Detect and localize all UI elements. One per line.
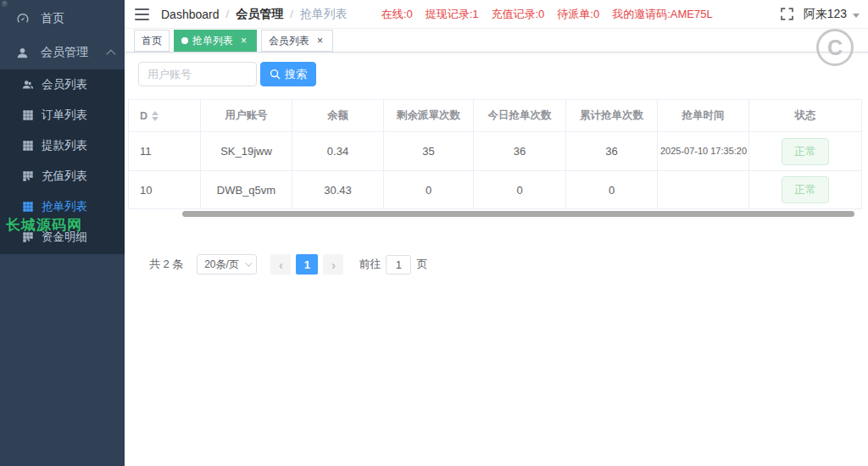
tab-member-list[interactable]: 会员列表 × [261,30,333,52]
column-header-balance: 余额 [292,100,384,132]
next-page-button[interactable]: › [323,254,343,275]
sidebar-item-label: 首页 [41,11,64,26]
status-badge[interactable]: 正常 [782,138,829,165]
top-navbar: Dashboard / 会员管理 / 抢单列表 在线:0 提现记录:1 充值记录… [125,0,868,29]
tab-label: 首页 [142,31,162,51]
column-header-total-grab: 累计抢单次数 [566,100,658,132]
cell-balance: 0.34 [292,132,384,171]
stat-recharge-records: 充值记录:0 [491,7,544,22]
cell-today-grab: 0 [474,171,566,209]
user-icon [16,46,30,59]
active-dot [181,37,188,44]
cell-total-grab: 36 [566,132,658,171]
sidebar-item-withdraw-list[interactable]: 提款列表 [0,130,125,161]
user-menu[interactable]: 阿来123 [804,7,860,22]
breadcrumb-separator: / [226,8,230,20]
column-header-remaining-dispatch: 剩余派單次数 [384,100,474,132]
cell-balance: 30.43 [292,171,384,209]
dashboard-icon [16,12,30,25]
cell-grab-time: 2025-07-10 17:35:20 [658,132,749,171]
search-input[interactable] [138,62,257,86]
cell-grab-time [658,171,749,209]
sort-icon[interactable] [152,111,159,121]
breadcrumb-item[interactable]: Dashboard [161,8,220,21]
cell-remaining-dispatch: 35 [384,132,474,171]
pagination: 共 2 条 20条/页 ‹ 1 › 前往 页 [149,254,854,275]
page-unit-label: 页 [416,257,427,272]
stat-withdraw-records: 提现记录:1 [426,7,479,22]
horizontal-scrollbar-thumb[interactable] [182,211,854,217]
tab-label: 抢单列表 [192,31,233,51]
corner-watermark: ® [2,0,8,8]
page-content: 搜索 D 用户账号 余额 剩余派單次数 今日抢单次数 [125,53,868,275]
copyright-watermark: C [816,29,854,66]
table-header-row: D 用户账号 余额 剩余派單次数 今日抢单次数 累计抢单次数 抢单时间 状态 [129,100,862,132]
table-row: 10 DWB_q5vm 30.43 0 0 0 正常 [129,171,862,209]
goto-page-input[interactable] [386,255,411,275]
close-icon[interactable]: × [238,35,249,46]
data-table: D 用户账号 余额 剩余派單次数 今日抢单次数 累计抢单次数 抢单时间 状态 1… [128,99,861,209]
sidebar-item-label: 抢单列表 [42,199,87,214]
column-label: D [140,110,147,122]
close-icon[interactable]: × [314,35,326,46]
column-header-grab-time: 抢单时间 [658,100,749,132]
tags-view-bar: 首页 抢单列表 × 会员列表 × [125,29,868,53]
main-area: Dashboard / 会员管理 / 抢单列表 在线:0 提现记录:1 充值记录… [125,0,868,466]
column-header-today-grab: 今日抢单次数 [474,100,566,132]
sidebar-group-label: 会员管理 [41,45,88,60]
sidebar-item-home[interactable]: 首页 [0,2,125,36]
sidebar-item-label: 订单列表 [42,108,87,123]
cell-account: DWB_q5vm [201,171,292,209]
cell-status: 正常 [749,132,862,171]
column-header-id[interactable]: D [129,100,201,132]
breadcrumb-current: 抢单列表 [300,7,348,22]
sidebar: ® 首页 会员管理 会员列表 订单列表 提款列 [0,0,125,466]
tab-home[interactable]: 首页 [134,30,170,52]
column-header-status: 状态 [749,100,862,132]
status-badge[interactable]: 正常 [782,176,829,203]
breadcrumb-item[interactable]: 会员管理 [236,7,283,22]
chevron-down-icon [245,259,252,266]
page-number-current[interactable]: 1 [296,254,318,275]
stat-online: 在线:0 [381,7,413,22]
username: 阿来123 [804,7,847,22]
caret-down-icon [853,14,860,18]
column-header-account: 用户账号 [201,100,292,132]
brand-watermark: 长城源码网 [6,215,82,235]
sidebar-item-order-list[interactable]: 订单列表 [0,100,125,130]
grid-icon [22,170,34,182]
breadcrumb-separator: / [290,8,293,20]
search-icon [270,69,281,80]
tab-grab-list[interactable]: 抢单列表 × [174,30,257,52]
stat-pending-dispatch: 待派单:0 [557,7,599,22]
cell-id: 11 [129,132,201,171]
search-row: 搜索 [138,62,854,86]
header-stats: 在线:0 提现记录:1 充值记录:0 待派单:0 我的邀请码:AME75L [381,7,713,22]
pagination-total: 共 2 条 [149,257,183,272]
stat-invite-code: 我的邀请码:AME75L [612,7,712,22]
grid-icon [22,109,34,121]
tab-label: 会员列表 [269,31,309,51]
cell-id: 10 [129,171,201,209]
goto-label: 前往 [359,257,381,272]
cell-total-grab: 0 [566,171,658,209]
cell-account: SK_19jww [201,132,292,171]
sidebar-item-label: 会员列表 [42,77,87,92]
chevron-up-icon [106,49,115,58]
cell-status: 正常 [749,171,862,209]
sidebar-item-label: 充值列表 [42,169,87,184]
cell-today-grab: 36 [474,132,566,171]
breadcrumb: Dashboard / 会员管理 / 抢单列表 [161,7,348,22]
search-button[interactable]: 搜索 [260,62,316,86]
sidebar-item-member-list[interactable]: 会员列表 [0,69,125,100]
hamburger-icon[interactable] [135,8,149,20]
prev-page-button[interactable]: ‹ [270,254,291,275]
page-size-select[interactable]: 20条/页 [197,254,257,275]
fullscreen-icon[interactable] [781,8,794,21]
cell-remaining-dispatch: 0 [384,171,474,209]
users-icon [22,79,34,91]
sidebar-item-recharge-list[interactable]: 充值列表 [0,161,125,191]
sidebar-group-members[interactable]: 会员管理 [0,36,125,69]
grid-icon [22,201,34,213]
search-button-label: 搜索 [285,67,307,82]
